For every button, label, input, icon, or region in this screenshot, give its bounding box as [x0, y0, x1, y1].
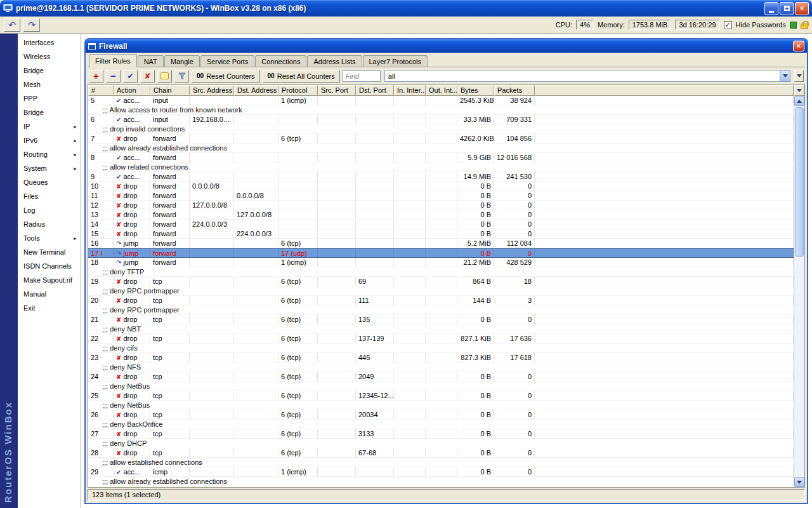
column-header-action[interactable]: Action: [114, 85, 150, 96]
sidebar-item-mesh[interactable]: Mesh: [18, 77, 81, 91]
sidebar-item-log[interactable]: Log: [18, 203, 81, 217]
column-header-protocol[interactable]: Protocol: [278, 85, 318, 96]
rule-row[interactable]: 23✘droptcp6 (tcp)445827.3 KiB17 618: [88, 353, 794, 363]
rule-comment-row[interactable]: ;;; deny NetBus: [88, 401, 794, 410]
reset-all-counters-button[interactable]: 00 Reset All Counters: [263, 70, 340, 83]
rule-row[interactable]: 21✘droptcp6 (tcp)1350 B0: [88, 315, 794, 324]
sidebar-item-bridge[interactable]: Bridge: [18, 105, 81, 119]
sidebar-item-ipv6[interactable]: IPv6►: [18, 133, 81, 147]
sidebar-item-isdn-channels[interactable]: ISDN Channels: [18, 259, 81, 273]
tab-connections[interactable]: Connections: [255, 55, 306, 67]
rule-row[interactable]: 28✘droptcp6 (tcp)67-680 B0: [88, 448, 794, 458]
scroll-up-button[interactable]: [794, 96, 804, 106]
sidebar-item-ip[interactable]: IP►: [18, 119, 81, 133]
column-header-packets[interactable]: Packets: [494, 85, 535, 96]
tab-service-ports[interactable]: Service Ports: [200, 55, 254, 67]
tab-nat[interactable]: NAT: [138, 55, 164, 67]
rule-row[interactable]: 10✘dropforward0.0.0.0/80 B0: [88, 182, 794, 191]
maximize-button[interactable]: [780, 2, 794, 15]
rule-row[interactable]: 7✘dropforward6 (tcp)4262.0 KiB104 856: [88, 134, 794, 144]
rule-row[interactable]: 26✘droptcp6 (tcp)200340 B0: [88, 410, 794, 420]
add-rule-button[interactable]: +: [89, 70, 103, 83]
scroll-down-button[interactable]: [794, 477, 804, 487]
tab-mangle[interactable]: Mangle: [164, 55, 200, 67]
reset-counters-button[interactable]: 00 Reset Counters: [192, 70, 260, 83]
rule-row[interactable]: 11✘dropforward0.0.0.0/80 B0: [88, 191, 794, 201]
rule-comment-row[interactable]: ;;; deny TFTP: [88, 267, 794, 277]
rule-comment-row[interactable]: ;;; allow already established connection…: [88, 144, 794, 153]
comment-button[interactable]: [157, 70, 172, 83]
column-picker-button[interactable]: [794, 85, 804, 96]
column-header-out-int[interactable]: Out. Int...: [426, 85, 457, 96]
rule-comment-row[interactable]: ;;; deny NetBus: [88, 382, 794, 391]
rule-comment-row[interactable]: ;;; deny cifs: [88, 344, 794, 353]
sidebar-item-manual[interactable]: Manual: [18, 287, 81, 301]
rule-row[interactable]: 5✔acc...input1 (icmp)2545.3 KiB38 924: [88, 96, 794, 105]
rule-row[interactable]: 15✘dropforward224.0.0.0/30 B0: [88, 229, 794, 239]
close-button[interactable]: ✕: [795, 2, 809, 15]
rule-row[interactable]: 25✘droptcp6 (tcp)12345-12...0 B0: [88, 391, 794, 401]
redo-button[interactable]: ↷: [23, 18, 40, 32]
firewall-close-button[interactable]: ✕: [793, 41, 804, 51]
column-header-chain[interactable]: Chain: [150, 85, 190, 96]
combobox-arrow-button[interactable]: [780, 70, 790, 81]
rule-comment-row[interactable]: ;;; deny BackOrifice: [88, 420, 794, 429]
rule-row[interactable]: 18↷jumpforward1 (icmp)21.2 MiB428 529: [88, 258, 794, 267]
rule-row[interactable]: 16↷jumpforward6 (tcp)5.2 MiB112 084: [88, 239, 794, 248]
rule-row[interactable]: 9✔acc...forward14.9 MiB241 530: [88, 172, 794, 182]
sidebar-item-ppp[interactable]: PPP: [18, 91, 81, 105]
sidebar-item-bridge[interactable]: Bridge: [18, 64, 81, 77]
column-header-bytes[interactable]: Bytes: [457, 85, 494, 96]
scrollbar-thumb[interactable]: [795, 107, 804, 257]
sidebar-item-tools[interactable]: Tools►: [18, 231, 81, 245]
rule-row[interactable]: 8✔acc...forward5.9 GiB12 016 568: [88, 153, 794, 163]
rule-row[interactable]: 27✘droptcp6 (tcp)31330 B0: [88, 429, 794, 439]
hide-passwords-checkbox[interactable]: ✓: [724, 21, 732, 29]
enable-rule-button[interactable]: ✔: [123, 70, 138, 83]
sidebar-item-files[interactable]: Files: [18, 189, 81, 203]
rule-row[interactable]: 14✘dropforward224.0.0.0/30 B0: [88, 220, 794, 229]
sidebar-item-make-supout-rif[interactable]: Make Supout.rif: [18, 273, 81, 287]
rule-row[interactable]: 6✔acc...input192.168.0....33.3 MiB709 33…: [88, 115, 794, 124]
rule-row[interactable]: 12✘dropforward127.0.0.0/80 B0: [88, 201, 794, 210]
column-header-dst-port[interactable]: Dst. Port: [356, 85, 394, 96]
minimize-button[interactable]: [764, 2, 778, 15]
sidebar-item-queues[interactable]: Queues: [18, 175, 81, 189]
column-header-dst-address[interactable]: Dst. Address: [234, 85, 278, 96]
sidebar-item-wireless[interactable]: Wireless: [18, 50, 81, 64]
sidebar-item-radius[interactable]: Radius: [18, 217, 81, 231]
sidebar-item-system[interactable]: System►: [18, 161, 81, 175]
rule-comment-row[interactable]: ;;; allow related connections: [88, 163, 794, 172]
rule-comment-row[interactable]: ;;; drop invalid connections: [88, 124, 794, 134]
filter-button[interactable]: [174, 70, 189, 83]
tab-address-lists[interactable]: Address Lists: [307, 55, 362, 67]
rule-row[interactable]: 17 I↷jumpforward17 (udp)0 B0: [88, 248, 794, 258]
sidebar-item-new-terminal[interactable]: New Terminal: [18, 245, 81, 259]
tab-filter-rules[interactable]: Filter Rules: [89, 54, 137, 67]
rule-row[interactable]: 24✘droptcp6 (tcp)20490 B0: [88, 372, 794, 382]
rule-row[interactable]: 19✘droptcp6 (tcp)69864 B18: [88, 277, 794, 286]
rule-comment-row[interactable]: ;;; allow already established connection…: [88, 477, 794, 486]
toolbar-dropdown-button[interactable]: [794, 70, 804, 82]
rule-comment-row[interactable]: ;;; deny RPC portmapper: [88, 286, 794, 296]
sidebar-item-interfaces[interactable]: Interfaces: [18, 36, 81, 50]
rule-comment-row[interactable]: ;;; deny NBT: [88, 324, 794, 334]
sidebar-item-routing[interactable]: Routing►: [18, 147, 81, 161]
column-header-src-address[interactable]: Src. Address: [190, 85, 234, 96]
column-header-[interactable]: #: [88, 85, 114, 96]
vertical-scrollbar[interactable]: [794, 96, 804, 487]
rule-row[interactable]: 13✘dropforward127.0.0.0/80 B0: [88, 210, 794, 220]
rule-row[interactable]: 20✘droptcp6 (tcp)111144 B3: [88, 296, 794, 305]
rule-comment-row[interactable]: ;;; deny RPC portmapper: [88, 305, 794, 315]
rule-comment-row[interactable]: ;;; allow established connections: [88, 458, 794, 467]
rule-comment-row[interactable]: ;;; Allow access to router from known ne…: [88, 105, 794, 115]
undo-button[interactable]: ↶: [4, 18, 20, 32]
tab-layer7-protocols[interactable]: Layer7 Protocols: [363, 55, 428, 67]
scrollbar-track[interactable]: [794, 106, 804, 477]
column-header-in-inter[interactable]: In. Inter...: [394, 85, 426, 96]
disable-rule-button[interactable]: ✘: [140, 70, 155, 83]
rule-comment-row[interactable]: ;;; deny DHCP: [88, 439, 794, 448]
column-header-src-port[interactable]: Src. Port: [318, 85, 356, 96]
remove-rule-button[interactable]: −: [106, 70, 121, 83]
rule-comment-row[interactable]: ;;; deny NFS: [88, 363, 794, 372]
